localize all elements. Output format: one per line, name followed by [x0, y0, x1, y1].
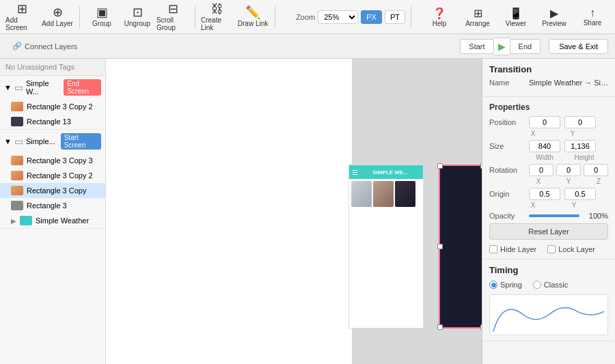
layer-item-simple-weather[interactable]: ▶ Simple Weather — [0, 213, 105, 228]
origin-x-input[interactable] — [529, 188, 560, 200]
handle-top-mid[interactable] — [480, 163, 482, 169]
width-label: Width — [529, 154, 560, 161]
arrange-label: Arrange — [465, 20, 490, 27]
rx-label: X — [529, 178, 548, 185]
opacity-slider[interactable] — [529, 214, 579, 217]
handle-top-left[interactable] — [437, 163, 443, 169]
preview-button[interactable]: ▶ Preview — [537, 7, 571, 27]
rotation-z-input[interactable] — [584, 164, 608, 176]
handle-mid-left[interactable] — [437, 244, 443, 249]
draw-link-label: Draw Link — [238, 20, 268, 27]
rotation-x-input[interactable] — [529, 164, 554, 176]
position-x-input[interactable] — [529, 116, 560, 128]
origin-label: Origin — [489, 190, 525, 198]
separator-4 — [411, 6, 411, 28]
create-link-icon: ⛓ — [211, 3, 223, 15]
share-button[interactable]: ↑ Share — [575, 7, 610, 27]
subtoolbar: 🔗 Connect Layers Start ▶ End Save & Exit — [0, 34, 615, 59]
transition-section-title: Transition — [489, 64, 608, 74]
layer-name: Simple Weather — [36, 216, 89, 225]
unit-px-button[interactable]: PX — [361, 10, 382, 24]
mini-photo-2 — [373, 181, 394, 207]
name-label: Name — [489, 79, 525, 87]
create-link-button[interactable]: ⛓ Create Link — [201, 3, 234, 31]
layer-name: Rectangle 3 Copy 3 — [27, 156, 93, 165]
size-width-input[interactable] — [529, 140, 560, 152]
canvas-area[interactable]: ☰ SIMPLE WE... ↖ — [106, 59, 482, 364]
save-exit-button[interactable]: Save & Exit — [549, 39, 608, 54]
add-screen-button[interactable]: ⊞ Add Screen — [5, 3, 38, 31]
play-button[interactable]: ▶ — [494, 38, 510, 55]
arrange-icon: ⊞ — [474, 7, 482, 20]
properties-title: Properties — [489, 102, 608, 112]
position-row: Position — [489, 116, 608, 128]
viewer-button[interactable]: 📱 Viewer — [499, 7, 533, 27]
layer-item-rect3copy2-g0[interactable]: Rectangle 3 Copy 2 — [0, 99, 105, 114]
arrange-button[interactable]: ⊞ Arrange — [461, 7, 495, 27]
layer-item-rect3copy3[interactable]: Rectangle 3 Copy 3 — [0, 153, 105, 168]
ungroup-button[interactable]: ⊡ Ungroup — [121, 3, 154, 31]
start-screen-badge: Start Screen — [61, 133, 101, 150]
hide-layer-checkbox-label[interactable]: Hide Layer — [489, 245, 536, 253]
handle-bottom-left[interactable] — [437, 324, 443, 330]
unit-pt-button[interactable]: PT — [385, 10, 405, 24]
lock-layer-checkbox-label[interactable]: Lock Layer — [547, 245, 595, 253]
spring-radio[interactable] — [489, 281, 497, 289]
origin-y-input[interactable] — [564, 188, 596, 200]
layer-group-header-simple-w[interactable]: ▼ ▭ Simple W... End Screen — [0, 76, 105, 99]
layer-item-rect3[interactable]: Rectangle 3 — [0, 198, 105, 213]
lock-layer-checkbox[interactable] — [547, 245, 556, 253]
layer-item-rect3copy2[interactable]: Rectangle 3 Copy 2 — [0, 168, 105, 183]
layer-group-header-simple[interactable]: ▼ ▭ Simple... Start Screen — [0, 130, 105, 153]
rz-label: Z — [589, 178, 608, 185]
origin-row: Origin — [489, 188, 608, 200]
rotation-y-input[interactable] — [556, 164, 581, 176]
add-layer-button[interactable]: ⊕ Add Layer — [41, 3, 74, 31]
ox-label: X — [529, 201, 537, 209]
ry-label: Y — [559, 178, 578, 185]
height-label: Height — [569, 154, 600, 161]
end-button[interactable]: End — [510, 39, 541, 54]
hide-layer-checkbox[interactable] — [489, 245, 497, 253]
preview-icon: ▶ — [550, 7, 558, 20]
opacity-value: 100% — [584, 212, 608, 220]
connect-layers-label: Connect Layers — [25, 42, 77, 51]
start-button[interactable]: Start — [460, 39, 493, 54]
timing-graph — [489, 294, 608, 335]
y-axis-label: Y — [569, 130, 577, 137]
layer-thumb — [11, 102, 23, 111]
timing-title: Timing — [489, 265, 608, 275]
mini-phone-preview: ☰ SIMPLE WE... — [348, 165, 424, 328]
group-icon: ▣ — [96, 6, 108, 18]
viewer-label: Viewer — [506, 20, 526, 27]
handle-bottom-mid[interactable] — [480, 324, 482, 330]
scroll-group-button[interactable]: ⊟ Scroll Group — [156, 3, 189, 31]
classic-radio-label[interactable]: Classic — [533, 281, 568, 289]
layer-thumb — [11, 156, 23, 165]
zoom-select[interactable]: 25%50%100% — [318, 10, 358, 24]
add-layer-icon: ⊕ — [53, 6, 63, 18]
classic-radio[interactable] — [533, 281, 541, 289]
mini-phone-title: SIMPLE WE... — [360, 169, 420, 176]
size-height-input[interactable] — [564, 140, 596, 152]
reset-layer-button[interactable]: Reset Layer — [489, 223, 608, 240]
rotation-inputs — [529, 164, 608, 176]
layer-thumb — [11, 171, 23, 180]
help-icon: ❓ — [433, 7, 446, 20]
zoom-label: Zoom — [296, 13, 315, 21]
draw-link-button[interactable]: ✏️ Draw Link — [236, 3, 269, 31]
layer-item-rect13[interactable]: Rectangle 13 — [0, 114, 105, 129]
spring-label: Spring — [500, 281, 522, 289]
selected-layer-frame[interactable] — [439, 165, 482, 328]
connect-layers-button[interactable]: 🔗 Connect Layers — [7, 39, 83, 53]
position-y-input[interactable] — [564, 116, 596, 128]
timing-radio-row: Spring Classic — [489, 281, 608, 289]
help-button[interactable]: ❓ Help — [422, 7, 456, 27]
size-axis-labels: Width Height — [489, 154, 608, 161]
main-area: No Unassigned Tags ▼ ▭ Simple W... End S… — [0, 59, 615, 364]
spring-radio-label[interactable]: Spring — [489, 281, 522, 289]
layer-name: Rectangle 3 Copy 2 — [27, 171, 93, 180]
layer-group-simple-w: ▼ ▭ Simple W... End Screen Rectangle 3 C… — [0, 76, 105, 130]
group-button[interactable]: ▣ Group — [85, 3, 118, 31]
layer-item-rect3copy[interactable]: Rectangle 3 Copy — [0, 183, 105, 198]
